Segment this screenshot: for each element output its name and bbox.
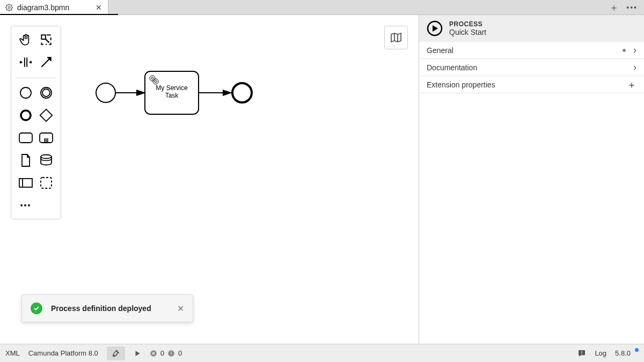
more-icon[interactable]: ••• (626, 3, 638, 12)
check-icon (31, 302, 42, 314)
section-general[interactable]: General (419, 42, 644, 59)
feedback-button[interactable] (577, 349, 586, 358)
tab-title: diagram3.bpmn (17, 3, 69, 12)
properties-header: PROCESS Quick Start (419, 15, 644, 42)
section-extension-properties[interactable]: Extension properties ＋ (419, 76, 644, 93)
svg-rect-23 (582, 353, 582, 354)
svg-rect-22 (582, 351, 582, 353)
task-label-line1: My Service (156, 84, 188, 92)
section-documentation[interactable]: Documentation (419, 59, 644, 76)
xml-toggle[interactable]: XML (5, 349, 20, 357)
element-name: Quick Start (449, 28, 486, 36)
log-toggle[interactable]: Log (595, 349, 606, 357)
svg-rect-20 (171, 351, 171, 354)
indicator-dot (623, 49, 626, 52)
close-icon[interactable]: ✕ (95, 4, 103, 11)
update-dot-icon (635, 348, 639, 352)
status-bar: XML Camunda Platform 8.0 0 0 Log 5.8.0 (0, 344, 644, 362)
run-button[interactable] (134, 350, 141, 357)
task-label-line2: Task (165, 92, 179, 99)
new-tab-button[interactable]: ＋ (609, 1, 619, 14)
tab-bar: diagram3.bpmn ✕ ＋ ••• (0, 0, 644, 15)
start-event[interactable] (96, 83, 115, 102)
element-type-label: PROCESS (449, 20, 486, 28)
canvas[interactable]: ••• My Service Tas (0, 15, 419, 344)
gear-icon (5, 4, 13, 11)
deploy-success-toast: Process definition deployed ✕ (21, 294, 193, 322)
properties-panel: PROCESS Quick Start General Documentatio… (419, 15, 644, 344)
svg-rect-21 (171, 354, 171, 355)
deploy-button[interactable] (107, 346, 125, 360)
end-event[interactable] (232, 83, 252, 102)
toast-close[interactable]: ✕ (177, 304, 184, 314)
platform-label[interactable]: Camunda Platform 8.0 (28, 349, 98, 357)
chevron-right-icon (633, 45, 636, 56)
tab-diagram[interactable]: diagram3.bpmn ✕ (0, 0, 108, 14)
problems-indicator[interactable]: 0 0 (150, 349, 182, 357)
toast-message: Process definition deployed (51, 304, 151, 313)
version-label[interactable]: 5.8.0 (615, 349, 639, 357)
chevron-right-icon (633, 62, 636, 73)
svg-point-0 (8, 6, 10, 9)
process-icon (427, 20, 443, 36)
plus-icon[interactable]: ＋ (627, 78, 636, 91)
